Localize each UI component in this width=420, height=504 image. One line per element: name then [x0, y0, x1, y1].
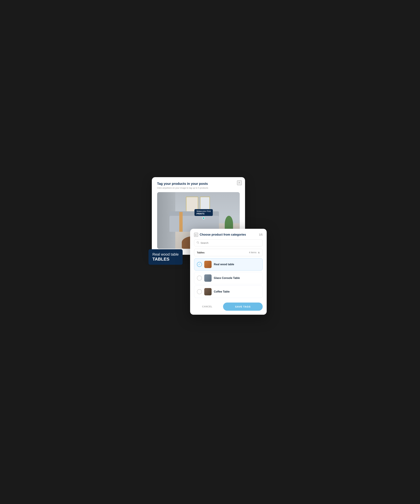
product-name: Real wood table	[214, 263, 234, 266]
product-thumbnail-coffee	[204, 288, 212, 295]
search-input[interactable]	[201, 241, 260, 244]
watercolor-tag-pin[interactable]: Watercolor Print PRINTS	[202, 217, 205, 219]
category-item-count: 4 items	[249, 251, 256, 254]
product-thumbnail-wood	[204, 261, 212, 268]
modal-title: Choose product from categories	[200, 233, 257, 236]
product-name: Glass Console Table	[214, 276, 240, 280]
pin-dot	[202, 217, 205, 219]
table-tag-large-label: Real wood table TABLES	[149, 249, 183, 265]
svg-line-1	[198, 243, 199, 244]
modal-header: ← Choose product from categories 1/5	[194, 233, 263, 237]
modal-subtitle: Click anywhere on your image to tag up t…	[157, 187, 240, 189]
product-item-glass-console-table[interactable]: + Glass Console Table	[194, 272, 263, 284]
check-icon: ✓	[197, 262, 202, 267]
chevron-up-icon: ∧	[258, 251, 260, 254]
category-name: Tables	[197, 251, 204, 254]
product-item-real-wood-table[interactable]: ✓ Real wood table	[194, 258, 263, 270]
product-thumbnail-glass	[204, 274, 212, 282]
front-modal: ← Choose product from categories 1/5 Tab…	[190, 229, 267, 315]
category-row[interactable]: Tables 4 items ∧	[194, 249, 263, 256]
search-box[interactable]	[194, 240, 263, 246]
close-button[interactable]: ×	[237, 180, 242, 185]
product-name: Coffee Table	[214, 290, 230, 293]
watercolor-tag-label: Watercolor Print PRINTS	[195, 209, 213, 216]
product-item-coffee-table[interactable]: + Coffee Table	[194, 286, 263, 298]
modal-actions: CANCEL SAVE TAGS	[194, 299, 263, 315]
search-icon	[197, 241, 199, 245]
modal-title: Tag your products in your posts	[157, 182, 240, 186]
room-lamp	[179, 212, 183, 232]
progress-indicator: 1/5	[259, 233, 263, 236]
scene: × Tag your products in your posts Click …	[152, 177, 268, 327]
add-icon: +	[197, 276, 202, 281]
back-button[interactable]: ←	[194, 233, 198, 237]
cancel-button[interactable]: CANCEL	[194, 303, 220, 311]
add-icon: +	[197, 289, 202, 294]
category-right: 4 items ∧	[249, 251, 260, 254]
save-tags-button[interactable]: SAVE TAGS	[223, 303, 263, 311]
